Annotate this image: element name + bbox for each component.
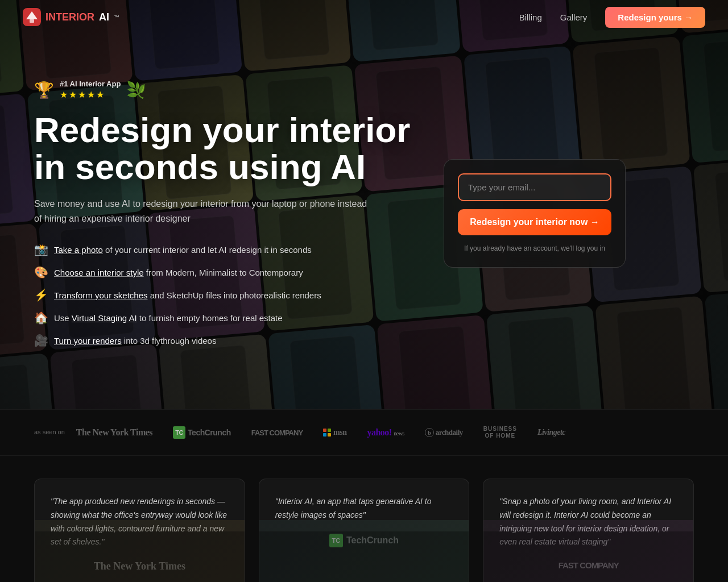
logo-interior: INTERIOR [46, 11, 94, 23]
testimonial-bg-image-2 [259, 520, 469, 582]
press-logo-fastcompany: FAST COMPANY [251, 429, 303, 437]
msn-icon [323, 429, 331, 436]
hero-left: 🏆 #1 AI Interior App ★★★★★ 🌿 Redesign yo… [34, 45, 444, 348]
testimonial-source-2: TC TechCrunch [275, 534, 453, 547]
press-logo-techcrunch: TC TechCrunch [173, 426, 231, 439]
tc-icon: TC [173, 426, 185, 439]
feature-item-style: 🎨 Choose an interior style from Modern, … [34, 264, 444, 280]
logo-ai: AI [99, 11, 109, 23]
techcrunch-source-logo: TC TechCrunch [329, 534, 399, 547]
choose-style-link[interactable]: Choose an interior style [54, 268, 144, 277]
msn-dot-yellow [328, 433, 331, 436]
press-label: as seen on [34, 428, 65, 436]
feature-list: 📸 Take a photo of your current interior … [34, 242, 444, 348]
logo[interactable]: INTERIOR AI™ [23, 8, 119, 26]
feature-text-style: Choose an interior style from Modern, Mi… [54, 267, 303, 278]
svg-rect-2 [30, 19, 34, 23]
award-text: #1 AI Interior App ★★★★★ [60, 80, 121, 100]
testimonial-bg-image-3 [483, 520, 693, 582]
nyt-source-logo: The New York Times [94, 560, 185, 572]
press-logo-nyt: The New York Times [76, 427, 152, 438]
palette-icon: 🎨 [34, 264, 48, 280]
take-photo-link[interactable]: Take a photo [54, 245, 103, 255]
logo-icon [23, 8, 41, 26]
feature-text-video: Turn your renders into 3d flythrough vid… [54, 335, 216, 347]
msn-dot-green [328, 429, 331, 432]
hero-section: 🏆 #1 AI Interior App ★★★★★ 🌿 Redesign yo… [0, 0, 728, 409]
press-logos: The New York Times TC TechCrunch FAST CO… [76, 426, 694, 439]
billing-link[interactable]: Billing [519, 13, 542, 22]
feature-item-sketches: ⚡ Transform your sketches and SketchUp f… [34, 287, 444, 303]
nav-links: Billing Gallery Redesign yours → [519, 7, 705, 28]
tc-source-icon: TC [329, 534, 343, 547]
navigation: INTERIOR AI™ Billing Gallery Redesign yo… [0, 0, 728, 34]
transform-sketches-link[interactable]: Transform your sketches [54, 290, 148, 300]
hero-heading: Redesign your interior in seconds using … [34, 111, 444, 185]
virtual-staging-link[interactable]: Virtual Staging AI [72, 313, 137, 323]
testimonial-card-3: "Snap a photo of your living room, and I… [483, 479, 694, 582]
camera-icon: 📸 [34, 242, 48, 257]
feature-item-video: 🎥 Turn your renders into 3d flythrough v… [34, 332, 444, 348]
gallery-link[interactable]: Gallery [560, 13, 588, 22]
testimonial-source-3: FAST COMPANY [499, 560, 677, 570]
feature-item-staging: 🏠 Use Virtual Staging AI to furnish empt… [34, 310, 444, 326]
redesign-now-button[interactable]: Redesign your interior now → [458, 209, 611, 235]
feature-text-photo: Take a photo of your current interior an… [54, 244, 312, 256]
testimonials-section: "The app produced new renderings in seco… [0, 456, 728, 582]
lightning-icon: ⚡ [34, 287, 48, 303]
laurel-left-icon: 🏆 [34, 81, 54, 99]
testimonial-source-1: The New York Times [51, 560, 229, 572]
press-logo-yahoo: yahoo! news [367, 427, 404, 438]
nav-cta-button[interactable]: Redesign yours → [605, 7, 705, 28]
hero-content: 🏆 #1 AI Interior App ★★★★★ 🌿 Redesign yo… [0, 0, 728, 409]
press-logo-msn: msn [323, 428, 346, 437]
turn-renders-link[interactable]: Turn your renders [54, 336, 122, 346]
feature-item-photo: 📸 Take a photo of your current interior … [34, 242, 444, 257]
testimonial-card-1: "The app produced new renderings in seco… [34, 479, 245, 582]
testimonial-text-2: "Interior AI, an app that taps generativ… [275, 495, 453, 522]
feature-text-staging: Use Virtual Staging AI to furnish empty … [54, 312, 283, 324]
email-input[interactable] [458, 173, 611, 201]
press-logo-livingetc: Livingetc [537, 428, 565, 437]
award-stars: ★★★★★ [60, 89, 121, 100]
camera-video-icon: 🎥 [34, 332, 48, 348]
fastcompany-source-logo: FAST COMPANY [559, 560, 619, 570]
msn-dot-blue [323, 433, 326, 436]
award-badge: 🏆 #1 AI Interior App ★★★★★ 🌿 [34, 80, 444, 100]
press-logo-archdaily: barchdaily [425, 428, 463, 437]
award-title: #1 AI Interior App [60, 80, 121, 88]
laurel-right-icon: 🌿 [126, 81, 146, 99]
testimonial-bg-image-1 [35, 520, 245, 582]
testimonial-card-2: "Interior AI, an app that taps generativ… [259, 479, 470, 582]
hero-subtext: Save money and use AI to redesign your i… [34, 197, 375, 226]
cta-note: If you already have an account, we'll lo… [458, 243, 611, 253]
house-icon: 🏠 [34, 310, 48, 326]
press-section: as seen on The New York Times TC TechCru… [0, 409, 728, 456]
press-logo-bizofhome: BUSINESSOF HOME [483, 426, 517, 439]
feature-text-sketches: Transform your sketches and SketchUp fil… [54, 289, 321, 301]
hero-cta-form: Redesign your interior now → If you alre… [444, 159, 626, 268]
msn-dot-red [323, 429, 326, 432]
